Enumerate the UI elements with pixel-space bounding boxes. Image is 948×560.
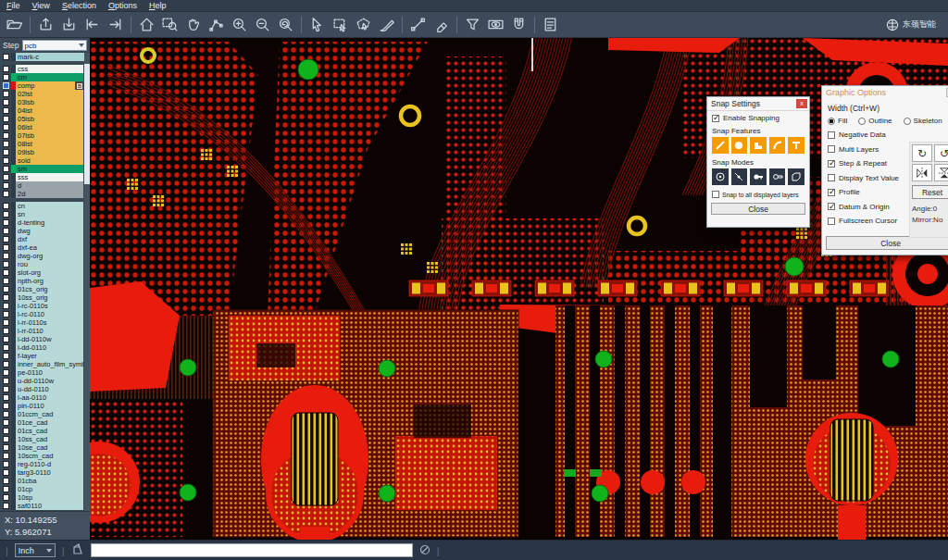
layer-name[interactable]: i-rc-0110 xyxy=(16,310,83,318)
layer-visibility-checkbox[interactable] xyxy=(3,353,9,359)
layer-visibility-checkbox[interactable] xyxy=(3,303,9,309)
checkbox-icon[interactable] xyxy=(828,218,835,225)
notes-icon[interactable] xyxy=(539,14,562,36)
layer-name[interactable]: 10ss_cad xyxy=(16,435,83,443)
snap-dialog-titlebar[interactable]: Snap Settings x xyxy=(707,97,809,111)
layer-row[interactable]: sold xyxy=(2,156,83,165)
layer-visibility-checkbox[interactable] xyxy=(3,394,9,401)
layer-row[interactable]: reg-0110-d xyxy=(2,460,83,468)
layer-visibility-checkbox[interactable] xyxy=(3,219,9,226)
checkbox-icon[interactable] xyxy=(828,174,835,181)
layer-row[interactable]: pe-0110 xyxy=(2,368,83,377)
layer-name[interactable]: 01cba xyxy=(16,477,83,485)
home-icon[interactable] xyxy=(135,14,158,36)
reset-button[interactable]: Reset xyxy=(912,185,948,199)
graphic-checkbox-profile[interactable]: Profile xyxy=(828,188,909,196)
checkbox-icon[interactable] xyxy=(828,189,835,196)
layer-visibility-checkbox[interactable] xyxy=(3,344,9,351)
layer-name[interactable]: sss xyxy=(16,173,83,181)
layer-row[interactable]: 01cs_orig xyxy=(2,285,83,293)
snap-magnet-icon[interactable] xyxy=(507,14,530,36)
enable-snapping-checkbox[interactable]: Enable Snapping xyxy=(712,114,805,122)
layer-row[interactable]: i-rc-0110 xyxy=(2,310,83,318)
layer-row[interactable]: dxf xyxy=(2,235,83,243)
layer-visibility-checkbox[interactable] xyxy=(3,141,9,147)
zoom-in-icon[interactable] xyxy=(228,14,251,36)
layer-visibility-checkbox[interactable] xyxy=(3,278,9,284)
zoom-out-icon[interactable] xyxy=(251,14,274,36)
layer-visibility-checkbox[interactable] xyxy=(3,411,9,417)
import-icon[interactable] xyxy=(34,14,57,36)
menu-item-help[interactable]: Help xyxy=(149,1,167,10)
select-arrow-icon[interactable] xyxy=(306,14,329,36)
layer-name[interactable]: dwg-org xyxy=(16,252,83,260)
layer-visibility-checkbox[interactable] xyxy=(3,444,9,451)
layer-name[interactable]: 05lsb xyxy=(16,115,83,123)
checkbox-icon[interactable] xyxy=(712,191,719,198)
layer-row[interactable]: 06lst xyxy=(2,123,83,131)
layer-row[interactable]: i-dd-0110w xyxy=(2,335,83,343)
graphic-checkbox-negative-data[interactable]: Negative Data xyxy=(828,131,909,139)
layer-visibility-checkbox[interactable] xyxy=(3,174,9,180)
layer-name[interactable]: 10sp xyxy=(16,493,83,502)
layer-visibility-checkbox[interactable] xyxy=(3,478,9,484)
layer-row[interactable]: i-rc-0110s xyxy=(2,302,83,310)
layer-row[interactable]: sn xyxy=(2,210,83,218)
layer-visibility-checkbox[interactable] xyxy=(3,166,9,172)
layer-row[interactable]: 10scm_cad xyxy=(2,452,83,460)
layer-row[interactable]: 02lst xyxy=(2,90,83,98)
layer-visibility-checkbox[interactable] xyxy=(3,328,9,334)
pcb-canvas[interactable]: Snap Settings x Enable Snapping Snap Fea… xyxy=(90,38,948,540)
layer-name[interactable]: comp xyxy=(16,81,75,90)
zoom-window-icon[interactable] xyxy=(158,14,181,36)
command-input[interactable] xyxy=(91,543,413,557)
layer-name[interactable]: i-rr-0110s xyxy=(16,318,83,327)
layer-visibility-checkbox[interactable] xyxy=(3,486,9,492)
layer-row[interactable]: f-layer xyxy=(2,352,83,360)
pad-snap-icon[interactable] xyxy=(731,137,748,154)
layer-name[interactable]: d xyxy=(16,181,83,190)
layer-visibility-checkbox[interactable] xyxy=(3,236,9,243)
layer-name[interactable]: cn xyxy=(16,202,83,210)
layer-visibility-checkbox[interactable] xyxy=(3,361,9,367)
step-select[interactable]: pcb xyxy=(22,40,88,51)
graphic-close-button[interactable]: Close xyxy=(826,236,948,250)
graphic-dialog-titlebar[interactable]: Graphic Options ✕ xyxy=(822,86,948,99)
layer-visibility-checkbox[interactable] xyxy=(3,203,9,209)
layer-name[interactable]: dwg xyxy=(16,227,83,235)
layer-visibility-checkbox[interactable] xyxy=(3,378,9,384)
layer-row[interactable]: css xyxy=(2,65,83,73)
layer-name[interactable]: i-aa-0110 xyxy=(16,393,83,402)
open-folder-icon[interactable] xyxy=(3,14,26,36)
layer-row[interactable]: 2d xyxy=(2,190,83,198)
layer-visibility-checkbox[interactable] xyxy=(3,261,9,268)
layer-name[interactable]: targ3-0110 xyxy=(16,468,83,477)
layer-visibility-checkbox[interactable] xyxy=(3,116,9,122)
layer-row[interactable]: 01ccm_cad xyxy=(2,410,83,418)
layer-row[interactable]: dwg-org xyxy=(2,252,83,260)
layer-visibility-checkbox[interactable] xyxy=(3,419,9,426)
layer-row[interactable]: dwg xyxy=(2,227,83,235)
text-snap-icon[interactable] xyxy=(788,137,805,154)
layer-row[interactable]: 01cp xyxy=(2,485,83,493)
menu-item-view[interactable]: View xyxy=(32,1,50,10)
zoom-previous-icon[interactable] xyxy=(274,14,297,36)
graphic-checkbox-step-repeat[interactable]: Step & Repeat xyxy=(828,159,909,168)
layer-row[interactable]: 01cs_cad xyxy=(2,427,83,435)
layer-visibility-checkbox[interactable] xyxy=(3,157,9,164)
layer-visibility-checkbox[interactable] xyxy=(3,436,9,442)
layer-visibility-checkbox[interactable] xyxy=(3,107,9,114)
select-rect-icon[interactable] xyxy=(329,14,352,36)
layer-name[interactable]: inner_auto_film_symb xyxy=(16,360,83,368)
brush-icon[interactable] xyxy=(375,14,398,36)
layer-visibility-checkbox[interactable] xyxy=(3,403,9,409)
graphic-checkbox-display-text-value[interactable]: Display Text Value xyxy=(828,174,909,182)
layer-name[interactable]: 09lsb xyxy=(16,148,83,156)
layer-name[interactable]: 04lst xyxy=(16,106,83,115)
layer-row[interactable]: i-rr-0110 xyxy=(2,327,83,335)
layer-row[interactable]: 10sp xyxy=(2,493,83,502)
width-radio-skeleton[interactable]: Skeleton xyxy=(904,117,942,125)
layer-name[interactable]: 08lst xyxy=(16,140,83,148)
circle-slash-icon[interactable] xyxy=(419,542,430,559)
layer-name[interactable]: 10se_cad xyxy=(16,443,83,452)
